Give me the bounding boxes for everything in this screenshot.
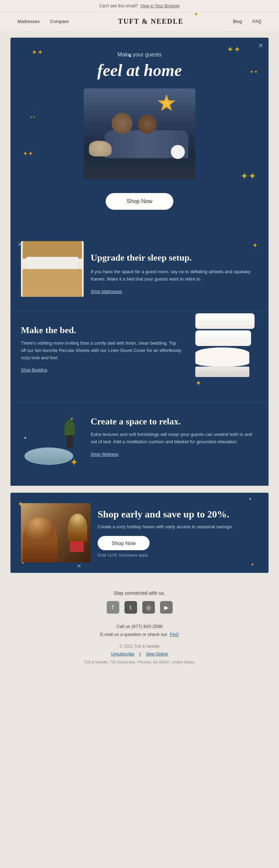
nav-blog[interactable]: Blog [233,19,242,24]
relax-body: Extra textures and soft furnishings will… [91,431,258,446]
hero-subtitle: Make your guests [21,52,258,58]
footer-links: Unsubscribe | View Online [14,652,265,656]
sparkle-upgrade: ✦ [91,241,258,249]
promo-person-1 [23,517,58,562]
hero-shop-now-button[interactable]: Shop Now [106,193,173,210]
shop-bedding-link[interactable]: Shop Bedding [21,368,47,372]
nav-right: Blog FAQ [233,19,262,24]
smart-speaker [171,145,185,159]
footer-address: Tuft & Needle, 735 Grand Ave, Phoenix, A… [14,660,265,664]
instagram-icon[interactable]: ◎ [142,601,155,614]
dot-relax [24,437,26,439]
bedding-section: Make the bed. There's nothing more invit… [10,311,269,402]
dot-decoration [129,55,131,57]
promo-text-block: Shop early and save up to 20%. Create a … [98,508,258,557]
email-container: ✦ ✦ ✦ ✦ ✦ ✦ ✕ Make your guests feel at h… [10,38,269,573]
relax-text-block: Create a space to relax. Extra textures … [91,416,258,457]
footer-faq-link[interactable]: FAQ [170,632,179,637]
pillow-3 [195,347,249,367]
bed-product-image [21,241,84,297]
shop-mattresses-link[interactable]: Shop Mattresses [91,289,122,294]
footer-phone: Call us (877) 842-2586 [116,624,163,629]
relax-section: ✦ ✦ Create a space to relax. Extra textu… [10,402,269,486]
hero-section: ✦ ✦ ✦ ✦ ✦ ✦ ✕ Make your guests feel at h… [10,38,269,227]
dog-figure [89,141,112,156]
mattress [26,257,78,271]
relax-title: Create a space to relax. [91,416,258,427]
pillow-stack: ✦ [195,313,258,388]
bed-frame [23,269,82,297]
promo-disclaimer: Ends 11/25. Exclusions apply. [98,553,258,557]
nav-compare[interactable]: Compare [50,19,69,24]
upgrade-section: ✦ Upgrade their sleep setup. If you have… [10,227,269,311]
footer-copyright: © 2021 Tuft & Needle [14,644,265,649]
upgrade-title: Upgrade their sleep setup. [91,252,258,263]
sparkle-bedding: ✦ [194,10,199,18]
gold-star-icon: ✦ [70,456,78,468]
pillow-2 [195,330,251,346]
sparkle-icon-3: ✦ [250,69,258,75]
sparkle-icon: ✦ [31,48,43,56]
plant-vase [66,435,73,447]
hero-title: feel at home [21,61,258,80]
close-icon-upgrade[interactable]: ✕ [17,241,22,248]
twitter-icon[interactable]: 𝕥 [125,601,137,614]
shop-wellness-link[interactable]: Shop Wellness [91,452,119,457]
sparkle-promo-3: ✦ [250,562,255,568]
hero-image [84,89,195,179]
pillows-product-image: ✦ [188,325,258,388]
nav-left: Mattresses Compare [17,19,69,24]
star-lamp-icon [157,94,176,113]
unsubscribe-link[interactable]: Unsubscribe [111,652,135,656]
sparkle-icon-6: ✦ [30,115,35,119]
meditation-cushion [24,447,73,465]
footer-email-text: E-mail us a question or check our [100,632,167,637]
nav-mattresses[interactable]: Mattresses [17,19,40,24]
plant-decoration [63,420,77,447]
upgrade-text-block: ✦ Upgrade their sleep setup. If you have… [91,241,258,294]
relax-product-image: ✦ [21,416,84,472]
footer: Stay connected with us. f 𝕥 ◎ ▶ Call us … [0,580,279,675]
star-decoration: ✦ [195,379,258,388]
headboard [23,241,82,259]
close-icon[interactable]: ✕ [258,42,263,49]
pillow-1 [195,313,255,329]
promo-image [21,503,91,562]
plant-leaves [65,420,75,437]
view-in-browser-link[interactable]: View in Your Browser [140,3,180,8]
nav-logo: TUFT & NEEDLE [118,17,184,25]
dot-promo [249,498,251,500]
facebook-icon[interactable]: f [107,601,119,614]
nav-faq[interactable]: FAQ [252,19,262,24]
duvet [195,367,249,377]
sparkle-icon-2: ✦ [227,45,241,54]
sparkle-icon-4: ✦ [240,170,256,182]
footer-social-heading: Stay connected with us. [14,590,265,596]
promo-body: Create a cozy holiday haven with early a… [98,523,258,531]
footer-contact: Call us (877) 842-2586 E-mail us a quest… [14,622,265,639]
top-bar: Can't see this email? View in Your Brows… [0,0,279,12]
topbar-text: Can't see this email? [99,3,138,8]
promo-person-2 [68,514,87,541]
promo-shop-now-button[interactable]: Shop Now [98,536,150,550]
head-1 [112,113,133,134]
gift-box [70,540,84,552]
promo-section: ✦ ✦ ✦ ✕ Shop early and save up to 20%. C… [10,493,269,573]
social-icons-row: f 𝕥 ◎ ▶ [14,601,265,614]
sparkle-icon-5: ✦ [23,150,33,158]
close-icon-promo[interactable]: ✕ [77,563,81,569]
bedding-body: There's nothing more inviting than a com… [21,340,181,361]
bedding-text-block: Make the bed. There's nothing more invit… [21,325,181,373]
navigation: Mattresses Compare TUFT & NEEDLE Blog FA… [0,12,279,31]
view-online-link[interactable]: View Online [146,652,168,656]
youtube-icon[interactable]: ▶ [160,601,173,614]
upgrade-body: If you have the space for a guest room, … [91,268,258,283]
bed-scene [84,89,195,179]
head-2 [138,115,157,134]
promo-title: Shop early and save up to 20%. [98,508,258,520]
bedding-title: Make the bed. [21,325,181,336]
